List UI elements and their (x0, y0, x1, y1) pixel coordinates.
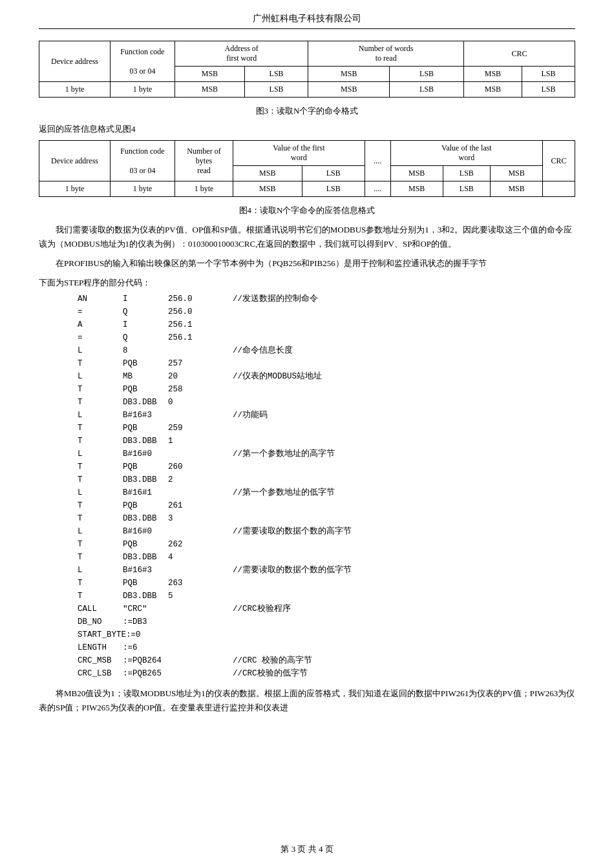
code-operand1: B#16#3 (123, 409, 168, 422)
code-keyword: T (78, 357, 123, 370)
code-keyword: L (78, 409, 123, 422)
code-comment: //CRC校验的低字节 (233, 667, 308, 680)
code-operand2: 256.1 (168, 331, 220, 344)
code-operand1: DB3.DBB (123, 590, 168, 603)
code-operand1: :=PQB264 (123, 654, 168, 667)
code-operand1: :=DB3 (123, 615, 168, 628)
code-operand1: PQB (123, 422, 168, 435)
code-line: LB#16#0//第一个参数地址的高字节 (78, 448, 575, 460)
code-operand2 (168, 667, 220, 680)
code-comment: //仪表的MODBUS站地址 (233, 370, 322, 383)
code-operand1: DB3.DBB (123, 473, 168, 486)
code-line: TPQB260 (78, 460, 575, 473)
code-keyword: LENGTH (78, 641, 123, 654)
para1: 我们需要读取的数据为仪表的PV值、OP值和SP值。根据通讯说明书它们的MODBU… (39, 223, 575, 251)
t2-lw-msb: MSB (390, 166, 443, 181)
code-operand1: DB3.DBB (123, 512, 168, 525)
t1-func-code-header: Function code03 or 04 (111, 41, 175, 82)
code-operand2 (168, 344, 220, 357)
code-operand2: 263 (168, 577, 220, 590)
t1-numwords-header: Number of wordsto read (308, 41, 464, 67)
code-keyword: T (78, 435, 123, 448)
code-line: TDB3.DBB1 (78, 435, 575, 448)
table1-wrapper: Device address Function code03 or 04 Add… (39, 41, 575, 101)
code-comment: //功能码 (233, 409, 268, 422)
t2-device-addr-header: Device address (39, 141, 111, 181)
code-operand2 (168, 654, 220, 667)
code-operand1: B#16#1 (123, 486, 168, 499)
code-operand1: PQB (123, 357, 168, 370)
code-operand1: DB3.DBB (123, 396, 168, 409)
caption2: 图4：读取N个字命令的应答信息格式 (39, 205, 575, 216)
code-operand2 (168, 409, 220, 422)
code-operand1: I (123, 318, 168, 331)
code-operand1: B#16#0 (123, 448, 168, 460)
code-keyword: A (78, 318, 123, 331)
t2-func-code-header: Function code03 or 04 (111, 141, 175, 181)
t2-msb2-val: MSB (390, 181, 443, 197)
code-line: TPQB257 (78, 357, 575, 370)
code-comment: //发送数据的控制命令 (233, 293, 318, 305)
code-keyword: = (78, 305, 123, 318)
code-line: TPQB263 (78, 577, 575, 590)
code-operand2 (168, 603, 220, 615)
code-line: LENGTH:=6 (78, 641, 575, 654)
code-line: TDB3.DBB2 (78, 473, 575, 486)
code-operand1: PQB (123, 538, 168, 551)
company-name: 广州虹科电子科技有限公司 (253, 14, 361, 23)
code-operand2 (168, 486, 220, 499)
code-keyword: L (78, 525, 123, 538)
t1-addr-lsb: LSB (244, 67, 308, 82)
t1-dev-byte: 1 byte (39, 82, 111, 98)
code-keyword: T (78, 499, 123, 512)
code-operand1: PQB (123, 383, 168, 396)
t2-crc-header: CRC (543, 141, 575, 181)
code-operand2: 0 (168, 396, 220, 409)
table2-wrapper: Device address Function code03 or 04 Num… (39, 140, 575, 201)
code-line: TDB3.DBB3 (78, 512, 575, 525)
t2-lw-msb2: MSB (491, 166, 543, 181)
code-line: ANI256.0//发送数据的控制命令 (78, 293, 575, 305)
code-line: CRC_LSB:=PQB265//CRC校验的低字节 (78, 667, 575, 680)
t1-addr-header: Address offirst word (175, 41, 308, 67)
code-operand2: 259 (168, 422, 220, 435)
code-keyword: START_BYTE (78, 628, 126, 641)
code-comment: //CRC 校验的高字节 (233, 654, 312, 667)
code-operand1: MB (123, 370, 168, 383)
code-operand2 (168, 615, 220, 628)
code-line: TPQB259 (78, 422, 575, 435)
table1: Device address Function code03 or 04 Add… (39, 41, 575, 98)
code-keyword: T (78, 460, 123, 473)
code-keyword: L (78, 564, 123, 577)
code-keyword: = (78, 331, 123, 344)
code-comment: //需要读取的数据个数的高字节 (233, 525, 352, 538)
code-operand2: 260 (168, 460, 220, 473)
code-line: AI256.1 (78, 318, 575, 331)
code-operand2: 5 (168, 590, 220, 603)
table-row: 1 byte 1 byte MSB LSB MSB LSB MSB LSB (39, 82, 575, 98)
code-line: CALL"CRC"//CRC校验程序 (78, 603, 575, 615)
code-operand2: 4 (168, 551, 220, 564)
code-keyword: DB_NO (78, 615, 123, 628)
code-comment: //第一个参数地址的高字节 (233, 448, 335, 460)
t2-msb-val: MSB (233, 181, 302, 197)
code-operand2 (168, 448, 220, 460)
caption1: 图3：读取N个字的命令格式 (39, 105, 575, 117)
code-operand2 (171, 628, 223, 641)
code-keyword: T (78, 551, 123, 564)
code-operand1: "CRC" (123, 603, 168, 615)
code-line: LB#16#3//需要读取的数据个数的低字节 (78, 564, 575, 577)
t1-crc-msb: MSB (464, 67, 522, 82)
code-keyword: T (78, 590, 123, 603)
para4: 将MB20值设为1；读取MODBUS地址为1的仪表的数据。根据上面的应答格式，我… (39, 687, 575, 715)
page-footer: 第 3 页 共 4 页 (39, 843, 575, 855)
code-keyword: L (78, 370, 123, 383)
code-operand2: 3 (168, 512, 220, 525)
code-line: LB#16#3//功能码 (78, 409, 575, 422)
t2-func-byte: 1 byte (111, 181, 175, 197)
code-comment: //需要读取的数据个数的低字节 (233, 564, 352, 577)
code-keyword: L (78, 344, 123, 357)
t1-crc-lsb: LSB (522, 67, 575, 82)
code-line: LB#16#0//需要读取的数据个数的高字节 (78, 525, 575, 538)
code-line: TPQB262 (78, 538, 575, 551)
